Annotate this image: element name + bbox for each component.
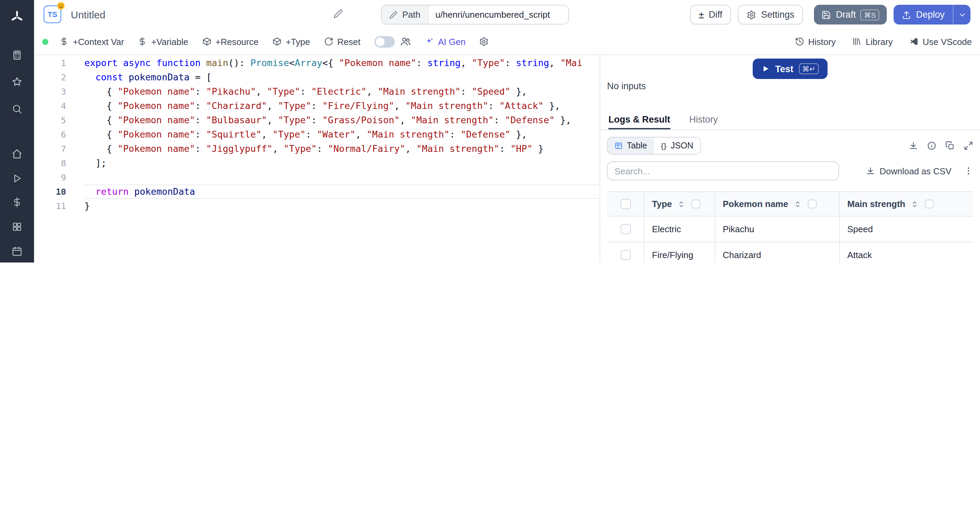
toolbar-right: History Library Use VScode	[778, 37, 972, 47]
tab-history[interactable]: History	[689, 111, 718, 129]
expand-icon[interactable]	[964, 141, 973, 150]
code-line[interactable]	[84, 170, 600, 185]
package-icon	[272, 37, 282, 46]
test-button-label: Test	[775, 64, 794, 74]
windmill-logo-icon[interactable]	[0, 8, 34, 26]
use-vscode-button[interactable]: Use VScode	[909, 37, 972, 47]
test-button[interactable]: Test ⌘↵	[753, 59, 827, 79]
library-label: Library	[865, 37, 893, 47]
add-resource-button[interactable]: +Resource	[202, 37, 258, 47]
draft-button[interactable]: Draft ⌘S	[814, 5, 887, 24]
result-tabs: Logs & Result History	[600, 111, 980, 130]
column-header-main-strength[interactable]: Main strength	[847, 199, 905, 209]
table-cell: Charizard	[714, 243, 839, 263]
settings-button[interactable]: Settings	[738, 5, 803, 24]
multiplayer-users-icon[interactable]	[400, 36, 411, 47]
line-number: 6	[34, 127, 66, 142]
row-checkbox[interactable]	[620, 224, 630, 234]
schedules-calendar-icon[interactable]	[0, 244, 34, 259]
view-toggle-group: Table {} JSON	[607, 137, 701, 155]
package-icon	[202, 37, 211, 46]
star-favorites-icon[interactable]	[0, 74, 34, 89]
code-line[interactable]: ];	[84, 156, 600, 170]
copy-clipboard-icon[interactable]	[945, 141, 955, 150]
table-cell: Fire/Flying	[644, 243, 714, 263]
view-toggle-json[interactable]: {} JSON	[654, 137, 700, 154]
table-cell: Pikachu	[714, 217, 839, 242]
history-button[interactable]: History	[795, 37, 836, 47]
line-number: 2	[34, 70, 66, 85]
code-line[interactable]: { "Pokemon name": "Charizard", "Type": "…	[84, 99, 600, 113]
table-cell: Speed	[839, 217, 973, 242]
toggle-knob	[375, 37, 384, 46]
select-all-checkbox[interactable]	[620, 199, 630, 209]
info-icon[interactable]	[927, 141, 937, 150]
sort-icon[interactable]	[678, 200, 686, 208]
resources-boxes-icon[interactable]	[0, 219, 34, 234]
table-row: Fire/FlyingCharizardAttack	[607, 243, 973, 263]
result-view-row: Table {} JSON	[600, 137, 980, 155]
column-filter-checkbox[interactable]	[808, 199, 817, 208]
smiley-emoji-icon	[56, 2, 65, 10]
view-toggle-table[interactable]: Table	[608, 137, 654, 154]
code-line[interactable]: return pokemonData	[84, 185, 600, 199]
add-variable-button[interactable]: +Variable	[138, 37, 189, 47]
kebab-menu[interactable]	[964, 166, 973, 176]
runs-play-icon[interactable]	[0, 171, 34, 186]
code-line[interactable]: { "Pokemon name": "Pikachu", "Type": "El…	[84, 85, 600, 99]
code-line[interactable]: const pokemonData = [	[84, 70, 600, 85]
column-header-type[interactable]: Type	[652, 199, 672, 209]
library-button[interactable]: Library	[852, 37, 893, 47]
deploy-dropdown-toggle[interactable]	[953, 5, 970, 24]
calculator-icon[interactable]	[0, 48, 34, 63]
variables-dollar-icon[interactable]	[0, 195, 34, 210]
search-icon[interactable]	[0, 101, 34, 116]
top-actions: ± Diff Settings Draft ⌘S Deploy	[690, 5, 970, 24]
deploy-button-main[interactable]: Deploy	[894, 5, 953, 24]
line-number: 1	[34, 56, 66, 70]
code-line[interactable]: { "Pokemon name": "Squirtle", "Type": "W…	[84, 127, 600, 142]
path-label: Path	[402, 10, 421, 20]
code-line[interactable]: { "Pokemon name": "Jigglypuff", "Type": …	[84, 142, 600, 156]
path-group: Path	[381, 5, 569, 24]
path-button[interactable]: Path	[382, 5, 429, 24]
row-checkbox[interactable]	[620, 250, 630, 260]
code-line[interactable]: }	[84, 199, 600, 213]
code-lines[interactable]: export async function main(): Promise<Ar…	[84, 56, 600, 213]
status-dot	[42, 38, 48, 45]
play-icon	[762, 65, 770, 73]
history-clock-icon	[795, 37, 804, 46]
tab-logs-result[interactable]: Logs & Result	[608, 111, 670, 129]
download-icon[interactable]	[908, 141, 918, 150]
column-filter-checkbox[interactable]	[692, 199, 701, 208]
search-input[interactable]	[607, 161, 839, 180]
line-number: 11	[34, 199, 66, 213]
editor-settings-gear-icon[interactable]	[479, 37, 488, 46]
ai-gen-button[interactable]: AI Gen	[424, 37, 466, 47]
line-numbers: 1234567891011	[34, 56, 66, 213]
add-context-var-button[interactable]: +Context Var	[59, 37, 124, 47]
edit-title-pencil-icon[interactable]	[334, 9, 343, 18]
path-input[interactable]	[429, 5, 568, 24]
diff-button[interactable]: ± Diff	[690, 5, 731, 24]
top-bar: TS Untitled Path ± Diff	[34, 0, 980, 29]
deploy-button[interactable]: Deploy	[894, 5, 970, 24]
code-line[interactable]: { "Pokemon name": "Bulbasaur", "Type": "…	[84, 113, 600, 127]
column-filter-checkbox[interactable]	[925, 199, 934, 208]
home-icon[interactable]	[0, 147, 34, 161]
add-type-button[interactable]: +Type	[272, 37, 310, 47]
deploy-button-label: Deploy	[916, 10, 945, 20]
column-header-pokemon-name[interactable]: Pokemon name	[723, 199, 788, 209]
download-csv-button[interactable]: Download as CSV	[865, 166, 951, 176]
library-icon	[852, 37, 862, 46]
reset-button[interactable]: Reset	[324, 37, 360, 47]
sort-icon[interactable]	[911, 200, 919, 208]
code-editor[interactable]: 1234567891011 export async function main…	[34, 55, 600, 263]
sort-icon[interactable]	[794, 200, 802, 208]
no-inputs-text: No inputs	[607, 81, 980, 91]
code-line[interactable]: export async function main(): Promise<Ar…	[84, 56, 600, 70]
save-icon	[821, 10, 831, 19]
table-cell: Electric	[644, 217, 714, 242]
history-label: History	[808, 37, 836, 47]
collab-toggle[interactable]	[374, 36, 395, 47]
